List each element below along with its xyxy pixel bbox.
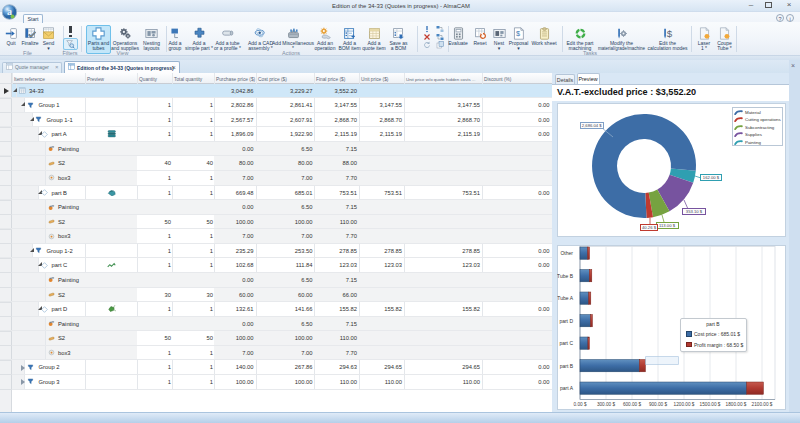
svg-text:$: $	[516, 29, 520, 38]
svg-text:0.00 $: 0.00 $	[573, 402, 586, 407]
svg-text:1200.00 $: 1200.00 $	[674, 402, 695, 407]
svg-text:Tube A: Tube A	[557, 295, 573, 301]
svg-text:part C: part C	[559, 340, 573, 346]
svg-text:600.00 $: 600.00 $	[623, 402, 642, 407]
svg-text:1800.00 $: 1800.00 $	[726, 402, 747, 407]
svg-text:300.00 $: 300.00 $	[597, 402, 616, 407]
svg-text:part D: part D	[559, 318, 573, 324]
svg-text:Tube B: Tube B	[557, 273, 574, 279]
svg-text:part A: part A	[560, 385, 574, 391]
svg-text:$: $	[667, 28, 673, 39]
svg-text:2100.00 $: 2100.00 $	[752, 402, 773, 407]
svg-text:Other: Other	[560, 250, 573, 256]
svg-text:part B: part B	[560, 363, 574, 369]
svg-text:1500.00 $: 1500.00 $	[700, 402, 721, 407]
svg-text:900.00 $: 900.00 $	[649, 402, 668, 407]
